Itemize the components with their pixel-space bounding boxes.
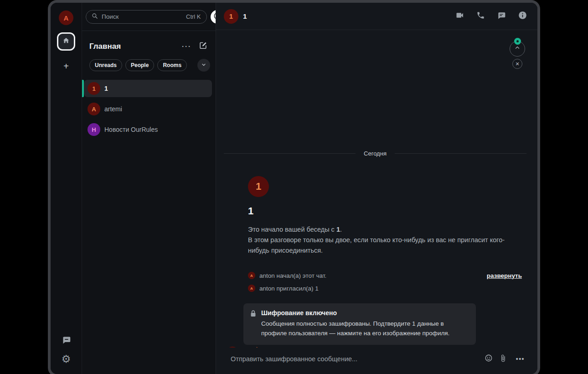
lock-icon — [250, 310, 257, 338]
user-menu-avatar[interactable]: A — [59, 10, 73, 25]
event-avatar: A — [248, 272, 255, 279]
search-row: Ctrl K — [82, 3, 216, 31]
emoji-smiley-icon — [485, 354, 493, 364]
app-window: A + ⚙ Ctrl K — [48, 0, 540, 374]
room-avatar: H — [88, 123, 100, 136]
event-avatar: A — [248, 285, 255, 292]
jump-to-unread-button[interactable] — [510, 41, 525, 57]
event-invite-sent: A anton пригласил(а) 1 — [248, 284, 522, 292]
room-row-1[interactable]: 1 1 — [84, 80, 212, 97]
gear-icon: ⚙ — [62, 354, 71, 364]
home-space-button[interactable] — [57, 32, 75, 51]
chat-title: 1 — [243, 12, 450, 21]
room-name: artemi — [104, 105, 122, 113]
nav-rail: A + ⚙ — [51, 3, 82, 374]
room-intro-heading: 1 — [248, 205, 519, 217]
compose-icon — [199, 41, 207, 52]
expand-filters-button[interactable] — [197, 59, 210, 72]
room-name: Новости OurRules — [104, 126, 158, 133]
space-options-button[interactable]: ··· — [179, 42, 194, 51]
chat-header: 1 1 — [216, 3, 537, 30]
compose-button[interactable] — [197, 40, 209, 52]
encryption-notice: Шифрование включено Сообщения полностью … — [243, 303, 476, 345]
threads-button[interactable] — [497, 11, 506, 22]
message-event: A anton 12:06 Привет! — [216, 346, 537, 348]
expand-events-link[interactable]: развернуть — [487, 272, 522, 279]
home-icon — [62, 36, 70, 47]
phone-icon — [476, 11, 485, 21]
composer-input[interactable] — [231, 355, 478, 363]
room-info-button[interactable] — [518, 10, 527, 22]
space-header: Главная ··· — [82, 31, 216, 57]
state-events: A anton начал(а) этот чат. развернуть A … — [248, 271, 522, 297]
search-input[interactable] — [102, 13, 182, 20]
emoji-button[interactable] — [485, 354, 493, 364]
close-icon: ✕ — [515, 61, 519, 67]
paperclip-icon — [499, 354, 507, 364]
room-intro-text: Это начало вашей беседы с 1. В этом разг… — [248, 224, 519, 256]
search-shortcut-hint: Ctrl K — [186, 13, 201, 20]
room-intro: 1 1 Это начало вашей беседы с 1. В этом … — [248, 176, 519, 256]
chat-avatar[interactable]: 1 — [224, 9, 238, 24]
event-text: anton начал(а) этот чат. — [259, 272, 483, 279]
sender-avatar[interactable]: A — [226, 347, 239, 348]
attachment-button[interactable] — [499, 354, 507, 364]
search-icon — [92, 13, 98, 21]
peer-name: 1 — [336, 226, 340, 233]
filter-chip-people[interactable]: People — [125, 59, 154, 71]
room-row-news-ourrules[interactable]: H Новости OurRules — [84, 121, 212, 138]
sender-name[interactable]: anton — [248, 346, 537, 348]
date-divider: Сегодня — [224, 150, 526, 157]
chat-column: 1 1 — [216, 3, 537, 374]
filter-chip-unreads[interactable]: Unreads — [89, 59, 122, 71]
dismiss-unread-button[interactable]: ✕ — [512, 59, 522, 69]
room-list-panel: Ctrl K Главная ··· Unreads People Rooms — [82, 3, 216, 374]
video-camera-icon — [455, 10, 464, 22]
chevron-up-icon — [514, 45, 521, 53]
room-avatar: 1 — [88, 82, 100, 95]
filter-chips: Unreads People Rooms — [82, 57, 216, 76]
filter-chip-rooms[interactable]: Rooms — [157, 59, 187, 71]
chat-bubble-icon — [62, 335, 71, 347]
add-space-button[interactable]: + — [59, 59, 73, 73]
chat-header-actions — [455, 10, 527, 22]
video-call-button[interactable] — [455, 10, 464, 22]
room-intro-avatar[interactable]: 1 — [248, 176, 269, 197]
space-title: Главная — [89, 42, 179, 51]
message-composer[interactable]: ••• — [216, 348, 537, 374]
unread-indicator-dot — [514, 38, 521, 45]
encryption-body: Сообщения полностью зашифрованы. Подтвер… — [261, 319, 469, 338]
chevron-down-icon — [201, 61, 206, 69]
room-list: 1 1 A artemi H Новости OurRules — [82, 80, 216, 141]
search-bar[interactable]: Ctrl K — [86, 10, 207, 24]
date-divider-label: Сегодня — [364, 150, 387, 157]
more-composer-options-button[interactable]: ••• — [513, 354, 527, 364]
room-name: 1 — [104, 85, 108, 92]
room-row-artemi[interactable]: A artemi — [84, 100, 212, 118]
voice-call-button[interactable] — [476, 11, 485, 21]
info-icon — [518, 10, 527, 22]
encryption-title: Шифрование включено — [261, 309, 469, 317]
event-text: anton пригласил(а) 1 — [259, 285, 522, 292]
room-avatar: A — [88, 103, 100, 115]
settings-button[interactable]: ⚙ — [58, 351, 74, 367]
threads-activity-button[interactable] — [58, 333, 74, 348]
threads-icon — [497, 11, 506, 22]
event-chat-created: A anton начал(а) этот чат. развернуть — [248, 271, 522, 280]
message-timeline[interactable]: ✕ Сегодня 1 1 Это начало вашей беседы с … — [216, 30, 537, 348]
